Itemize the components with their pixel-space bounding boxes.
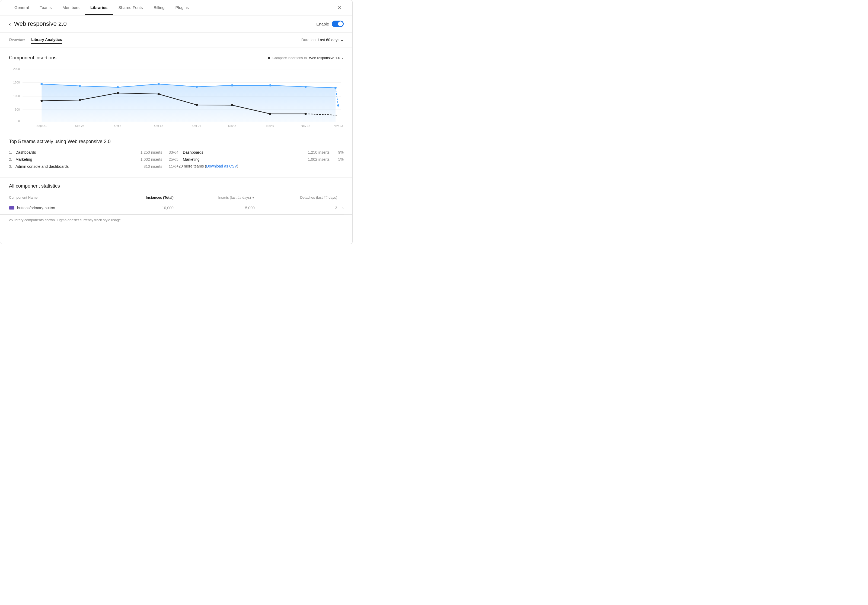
- close-icon[interactable]: ✕: [335, 3, 344, 13]
- chevron-down-icon: ⌄: [341, 56, 344, 60]
- analytics-header: Overview Library Analytics Duration Last…: [0, 32, 352, 48]
- duration-value[interactable]: Last 60 days ⌄: [318, 38, 344, 42]
- enable-section: Enable: [316, 21, 344, 27]
- download-csv-link[interactable]: Download as CSV: [206, 164, 237, 168]
- team-inserts: 1,250 inserts: [302, 150, 330, 155]
- team-row-1: 1. Dashboards 1,250 inserts 33%: [9, 149, 176, 156]
- more-teams: +20 more teams (Download as CSV): [176, 164, 344, 168]
- top-nav: General Teams Members Libraries Shared F…: [0, 0, 352, 15]
- svg-point-28: [231, 104, 233, 106]
- td-component-name: buttons/primary-button: [9, 202, 112, 214]
- svg-point-30: [305, 113, 307, 115]
- stats-title: All component statistics: [9, 183, 344, 189]
- svg-point-25: [117, 92, 119, 94]
- svg-point-15: [158, 83, 160, 85]
- main-content: Component insertions Compare insertions …: [0, 48, 352, 214]
- component-icon: [9, 206, 14, 209]
- tab-plugins[interactable]: Plugins: [170, 1, 194, 15]
- table-row: buttons/primary-button 10,000 5,000 3 ›: [9, 202, 344, 214]
- team-row-2: 2. Marketing 1,002 inserts 25%: [9, 156, 176, 163]
- svg-text:2000: 2000: [13, 67, 20, 70]
- th-arrow: [337, 193, 344, 202]
- team-row-4: 4. Dashboards 1,250 inserts 9%: [176, 149, 344, 156]
- team-pct: 25%: [167, 157, 176, 162]
- enable-toggle[interactable]: [332, 21, 344, 27]
- teams-title: Top 5 teams actively using Web responsiv…: [9, 139, 344, 144]
- nav-tabs: General Teams Members Libraries Shared F…: [9, 1, 335, 15]
- team-inserts: 1,002 inserts: [302, 157, 330, 162]
- duration-section: Duration Last 60 days ⌄: [301, 38, 344, 42]
- tab-general[interactable]: General: [9, 1, 34, 15]
- td-inserts: 5,000: [174, 202, 255, 214]
- chart-header: Component insertions Compare insertions …: [9, 55, 344, 61]
- tab-libraries[interactable]: Libraries: [85, 1, 113, 15]
- svg-point-13: [79, 85, 81, 87]
- svg-text:1500: 1500: [13, 81, 20, 84]
- tab-library-analytics[interactable]: Library Analytics: [31, 36, 62, 44]
- team-pct: 5%: [334, 157, 344, 162]
- tab-billing[interactable]: Billing: [148, 1, 170, 15]
- team-name: Dashboards: [183, 150, 237, 155]
- team-row-5: 5. Marketing 1,002 inserts 5%: [176, 156, 344, 163]
- svg-point-20: [335, 87, 336, 89]
- tab-shared-fonts[interactable]: Shared Fonts: [113, 1, 148, 15]
- teams-left-col: 1. Dashboards 1,250 inserts 33% 2. Marke…: [9, 149, 176, 170]
- tab-overview[interactable]: Overview: [9, 36, 25, 44]
- svg-point-18: [269, 84, 271, 87]
- svg-point-19: [305, 86, 307, 88]
- svg-point-29: [269, 113, 271, 115]
- svg-text:500: 500: [15, 108, 20, 111]
- team-name: Marketing: [16, 157, 70, 162]
- row-expand-button[interactable]: ›: [337, 202, 344, 214]
- team-pct: 11%: [167, 164, 176, 169]
- svg-text:Oct 12: Oct 12: [154, 124, 163, 127]
- team-inserts: 1,250 inserts: [135, 150, 162, 155]
- svg-text:Sep 28: Sep 28: [75, 124, 84, 127]
- team-inserts: 810 inserts: [135, 164, 162, 169]
- page-title: Web responsive 2.0: [14, 20, 67, 27]
- back-button[interactable]: ‹: [9, 21, 11, 27]
- footer: 25 library components shown. Figma doesn…: [0, 214, 352, 225]
- svg-text:1000: 1000: [13, 94, 20, 97]
- th-detaches: Detaches (last ## days): [255, 193, 337, 202]
- sort-icon: ▼: [252, 196, 255, 199]
- svg-text:Nov 2: Nov 2: [228, 124, 236, 127]
- table-header-row: Component Name Instances (Total) Inserts…: [9, 193, 344, 202]
- team-num: 4.: [176, 150, 183, 155]
- team-name: Dashboards: [16, 150, 70, 155]
- team-num: 5.: [176, 157, 183, 162]
- compare-section: Compare insertions to Web responsive 1.0…: [268, 56, 344, 60]
- tab-teams[interactable]: Teams: [34, 1, 57, 15]
- svg-marker-10: [42, 84, 336, 122]
- tab-members[interactable]: Members: [57, 1, 85, 15]
- svg-point-16: [195, 86, 198, 88]
- svg-line-11: [336, 88, 338, 105]
- analytics-tabs: Overview Library Analytics: [9, 36, 62, 44]
- teams-grid: 1. Dashboards 1,250 inserts 33% 2. Marke…: [9, 149, 344, 170]
- duration-label: Duration: [301, 38, 316, 42]
- svg-text:Oct 26: Oct 26: [192, 124, 201, 127]
- svg-point-24: [79, 99, 81, 101]
- svg-text:Oct 5: Oct 5: [114, 124, 121, 127]
- team-row-3: 3. Admin console and dashboards 810 inse…: [9, 163, 176, 170]
- svg-text:0: 0: [18, 119, 20, 122]
- sub-header: ‹ Web responsive 2.0 Enable: [0, 15, 352, 32]
- svg-point-23: [40, 100, 43, 102]
- svg-point-27: [195, 104, 198, 106]
- svg-point-12: [40, 83, 43, 85]
- svg-text:Nov 23: Nov 23: [333, 124, 343, 127]
- team-num: 3.: [9, 164, 16, 169]
- team-num: 1.: [9, 150, 16, 155]
- svg-point-26: [158, 93, 160, 95]
- chart-title: Component insertions: [9, 55, 56, 61]
- compare-label: Compare insertions to: [272, 56, 307, 60]
- team-name: Marketing: [183, 157, 237, 162]
- chart-section: Component insertions Compare insertions …: [9, 55, 344, 130]
- td-detaches: 3: [255, 202, 337, 214]
- team-name: Admin console and dashboards: [16, 164, 70, 169]
- compare-value[interactable]: Web responsive 1.0 ⌄: [309, 56, 344, 60]
- chart-svg: 2000 1500 1000 500 0: [9, 65, 344, 130]
- svg-text:Sept 21: Sept 21: [36, 124, 46, 127]
- stats-table: Component Name Instances (Total) Inserts…: [9, 193, 344, 214]
- th-inserts[interactable]: Inserts (last ## days) ▼: [174, 193, 255, 202]
